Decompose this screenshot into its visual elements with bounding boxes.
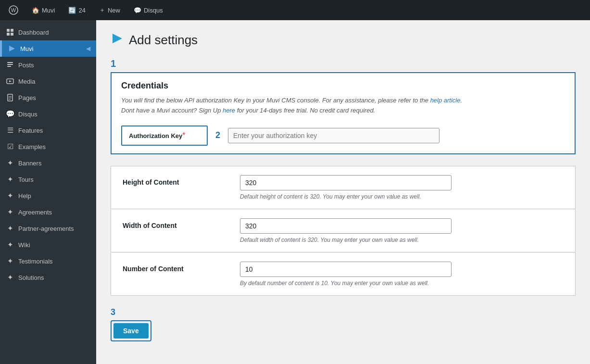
features-icon: ☰ [6, 126, 14, 135]
svg-rect-8 [7, 64, 13, 65]
muvi-icon [8, 44, 16, 53]
step-3-badge: 3 [111, 307, 576, 317]
wp-logo-button[interactable]: W [6, 3, 21, 17]
disqus-sidebar-icon: 💬 [6, 110, 14, 118]
media-icon [6, 77, 14, 86]
sidebar-item-features[interactable]: ☰ Features [0, 122, 96, 138]
sidebar-posts-label: Posts [18, 62, 90, 69]
number-of-content-label: Number of Content [123, 265, 184, 273]
credentials-section: Credentials You will find the below API … [111, 72, 576, 154]
tours-icon: ✦ [6, 175, 14, 184]
content-area: Add settings 1 Credentials You will find… [96, 20, 590, 364]
sidebar-agreements-label: Agreements [18, 209, 90, 216]
sidebar-help-label: Help [18, 192, 90, 200]
sidebar-item-testimonials[interactable]: ✦ Testimonials [0, 253, 96, 269]
admin-bar: W 🏠 Muvi 🔄 24 ＋ New 💬 Disqus [0, 0, 590, 20]
sidebar-item-disqus[interactable]: 💬 Disqus [0, 106, 96, 122]
height-hint: Default height of content is 320. You ma… [240, 193, 564, 200]
sidebar-dashboard-label: Dashboard [18, 29, 90, 36]
sidebar-testimonials-label: Testimonials [18, 258, 90, 265]
new-label: New [108, 7, 120, 14]
height-input[interactable] [240, 175, 452, 190]
wiki-icon: ✦ [6, 240, 14, 249]
sidebar-features-label: Features [18, 127, 90, 134]
sidebar-item-agreements[interactable]: ✦ Agreements [0, 204, 96, 220]
here-link[interactable]: here [223, 107, 235, 114]
dashboard-icon [6, 28, 14, 37]
partner-agreements-icon: ✦ [6, 224, 14, 233]
number-of-content-hint: By default number of content is 10. You … [240, 280, 564, 287]
sidebar-item-solutions[interactable]: ✦ Solutions [0, 269, 96, 286]
number-of-content-row: Number of Content By default number of c… [111, 253, 576, 296]
auth-key-label: Authorization Key [129, 132, 182, 139]
svg-rect-4 [7, 33, 10, 36]
number-of-content-input[interactable] [240, 262, 452, 277]
svg-marker-16 [113, 34, 122, 43]
sidebar-media-label: Media [18, 78, 90, 85]
plus-icon: ＋ [99, 6, 105, 14]
update-count: 24 [78, 7, 85, 14]
svg-rect-2 [7, 29, 10, 32]
active-arrow-icon: ◀ [86, 45, 90, 52]
updates-button[interactable]: 🔄 24 [65, 5, 88, 16]
svg-rect-5 [11, 33, 13, 36]
disqus-icon: 💬 [134, 7, 141, 14]
credentials-title: Credentials [121, 81, 565, 91]
credentials-description: You will find the below API authorizatio… [121, 96, 565, 116]
authorization-key-input[interactable] [228, 128, 439, 143]
width-row: Width of Content Default width of conten… [111, 210, 576, 252]
examples-icon: ☑ [6, 142, 14, 151]
home-icon: 🏠 [32, 7, 39, 14]
site-name-button[interactable]: 🏠 Muvi [29, 5, 58, 16]
disqus-button[interactable]: 💬 Disqus [131, 5, 166, 16]
auth-key-row: Authorization Key* 2 [121, 126, 565, 146]
sidebar-item-partner-agreements[interactable]: ✦ Partner-agreements [0, 220, 96, 237]
height-label: Height of Content [123, 178, 179, 186]
solutions-icon: ✦ [6, 273, 14, 282]
step-2-badge: 2 [215, 130, 220, 140]
page-header: Add settings [111, 32, 576, 49]
svg-marker-11 [9, 80, 12, 82]
sidebar-item-wiki[interactable]: ✦ Wiki [0, 237, 96, 253]
updates-icon: 🔄 [68, 7, 76, 14]
sidebar-item-media[interactable]: Media [0, 73, 96, 89]
save-button-wrapper: Save [111, 320, 151, 341]
svg-rect-14 [9, 98, 12, 98]
sidebar-item-banners[interactable]: ✦ Banners [0, 155, 96, 171]
site-name-label: Muvi [42, 7, 55, 14]
sidebar-item-pages[interactable]: Pages [0, 89, 96, 106]
width-hint: Default width of content is 320. You may… [240, 237, 564, 243]
sidebar: Dashboard Muvi ◀ Posts Media Pages [0, 20, 96, 364]
sidebar-tours-label: Tours [18, 176, 90, 183]
sidebar-solutions-label: Solutions [18, 274, 90, 281]
pages-icon [6, 93, 14, 102]
save-section: 3 Save [111, 307, 576, 341]
new-content-button[interactable]: ＋ New [96, 4, 123, 16]
agreements-icon: ✦ [6, 208, 14, 216]
svg-rect-7 [7, 62, 13, 63]
sidebar-muvi-label: Muvi [20, 45, 82, 52]
sidebar-item-posts[interactable]: Posts [0, 57, 96, 73]
posts-icon [6, 61, 14, 69]
save-button[interactable]: Save [113, 323, 149, 339]
sidebar-item-help[interactable]: ✦ Help [0, 188, 96, 204]
testimonials-icon: ✦ [6, 257, 14, 265]
step-1-badge: 1 [111, 58, 576, 69]
sidebar-item-tours[interactable]: ✦ Tours [0, 171, 96, 188]
sidebar-pages-label: Pages [18, 94, 90, 101]
sidebar-item-dashboard[interactable]: Dashboard [0, 24, 96, 40]
svg-rect-3 [11, 29, 13, 32]
help-article-link[interactable]: help article [430, 97, 461, 104]
sidebar-partner-agreements-label: Partner-agreements [18, 225, 90, 232]
width-input[interactable] [240, 218, 452, 234]
sidebar-item-examples[interactable]: ☑ Examples [0, 138, 96, 155]
sidebar-examples-label: Examples [18, 143, 90, 151]
description-text-part1: You will find the below API authorizatio… [121, 97, 430, 104]
auth-key-label-box: Authorization Key* [121, 126, 208, 146]
sidebar-banners-label: Banners [18, 160, 90, 167]
page-title: Add settings [129, 33, 198, 48]
auth-key-required: * [182, 131, 185, 139]
svg-rect-15 [9, 99, 11, 100]
sidebar-disqus-label: Disqus [18, 111, 90, 118]
sidebar-item-muvi[interactable]: Muvi ◀ [0, 40, 96, 57]
